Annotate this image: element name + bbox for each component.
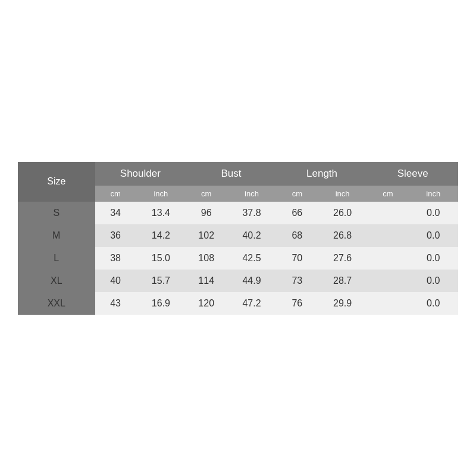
length-cm-cell: 68 (277, 224, 318, 247)
length-cm-cell: 70 (277, 247, 318, 270)
header-category-row: Size Shoulder Bust Length Sleeve (18, 162, 458, 186)
size-cell: XXL (18, 292, 95, 315)
bust-inch-cell: 40.2 (227, 224, 277, 247)
length-cm-cell: 73 (277, 270, 318, 292)
shoulder-cm-cell: 34 (95, 202, 136, 224)
sleeve-header: Sleeve (367, 162, 458, 186)
sleeve-inch-header: inch (408, 186, 458, 202)
shoulder-inch-cell: 16.9 (136, 292, 186, 315)
sleeve-inch-cell: 0.0 (408, 202, 458, 224)
shoulder-cm-header: cm (95, 186, 136, 202)
sleeve-inch-cell: 0.0 (408, 224, 458, 247)
length-cm-header: cm (277, 186, 318, 202)
shoulder-cm-cell: 36 (95, 224, 136, 247)
bust-cm-cell: 108 (186, 247, 227, 270)
shoulder-cm-cell: 38 (95, 247, 136, 270)
bust-inch-cell: 44.9 (227, 270, 277, 292)
sleeve-cm-cell (367, 292, 408, 315)
shoulder-cm-cell: 40 (95, 270, 136, 292)
shoulder-header: Shoulder (95, 162, 186, 186)
shoulder-inch-cell: 15.7 (136, 270, 186, 292)
length-inch-cell: 26.0 (318, 202, 368, 224)
length-cm-cell: 66 (277, 202, 318, 224)
size-cell: M (18, 224, 95, 247)
length-inch-cell: 26.8 (318, 224, 368, 247)
length-inch-cell: 29.9 (318, 292, 368, 315)
shoulder-inch-cell: 13.4 (136, 202, 186, 224)
table-row: S3413.49637.86626.00.0 (18, 202, 458, 224)
length-inch-cell: 28.7 (318, 270, 368, 292)
table-row: M3614.210240.26826.80.0 (18, 224, 458, 247)
size-chart-table: Size Shoulder Bust Length Sleeve cm inch… (18, 162, 458, 315)
shoulder-inch-cell: 15.0 (136, 247, 186, 270)
sleeve-cm-cell (367, 247, 408, 270)
bust-inch-cell: 42.5 (227, 247, 277, 270)
table-row: L3815.010842.57027.60.0 (18, 247, 458, 270)
size-header: Size (18, 162, 95, 202)
bust-cm-cell: 102 (186, 224, 227, 247)
sleeve-inch-cell: 0.0 (408, 270, 458, 292)
bust-header: Bust (186, 162, 277, 186)
bust-inch-cell: 47.2 (227, 292, 277, 315)
shoulder-inch-header: inch (136, 186, 186, 202)
sleeve-cm-cell (367, 202, 408, 224)
bust-inch-cell: 37.8 (227, 202, 277, 224)
bust-inch-header: inch (227, 186, 277, 202)
sleeve-inch-cell: 0.0 (408, 247, 458, 270)
bust-cm-cell: 114 (186, 270, 227, 292)
size-chart-wrapper: Size Shoulder Bust Length Sleeve cm inch… (18, 162, 458, 315)
bust-cm-cell: 120 (186, 292, 227, 315)
bust-cm-header: cm (186, 186, 227, 202)
length-header: Length (277, 162, 368, 186)
size-cell: L (18, 247, 95, 270)
length-inch-cell: 27.6 (318, 247, 368, 270)
sleeve-cm-cell (367, 270, 408, 292)
bust-cm-cell: 96 (186, 202, 227, 224)
table-row: XXL4316.912047.27629.90.0 (18, 292, 458, 315)
sleeve-cm-cell (367, 224, 408, 247)
length-inch-header: inch (318, 186, 368, 202)
shoulder-cm-cell: 43 (95, 292, 136, 315)
sleeve-cm-header: cm (367, 186, 408, 202)
sleeve-inch-cell: 0.0 (408, 292, 458, 315)
table-row: XL4015.711444.97328.70.0 (18, 270, 458, 292)
size-cell: S (18, 202, 95, 224)
size-cell: XL (18, 270, 95, 292)
length-cm-cell: 76 (277, 292, 318, 315)
shoulder-inch-cell: 14.2 (136, 224, 186, 247)
